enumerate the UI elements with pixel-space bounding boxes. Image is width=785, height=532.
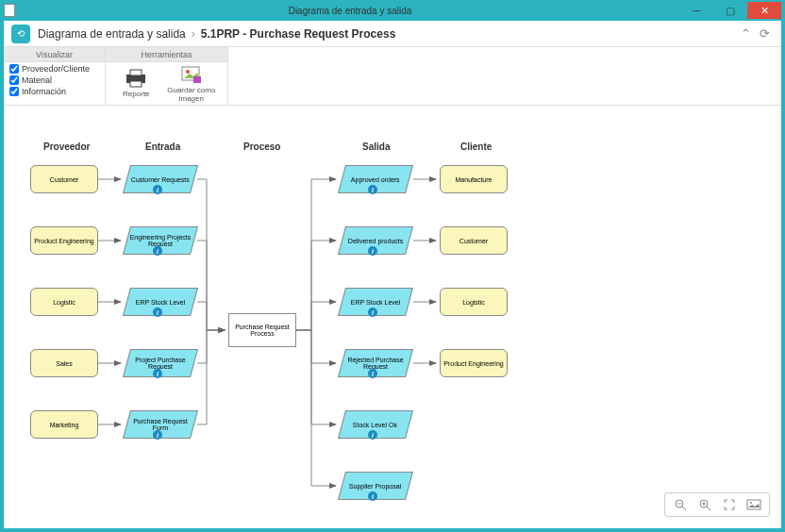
minimize-button[interactable]: ─ [679, 2, 713, 19]
header-cliente: Cliente [460, 141, 492, 152]
diagram-canvas[interactable]: Proveedor Entrada Proceso Salida Cliente… [4, 128, 781, 524]
svg-rect-2 [130, 81, 142, 87]
info-icon[interactable]: i [368, 430, 377, 440]
zoom-in-button[interactable] [695, 496, 714, 513]
proveedor-node[interactable]: Product Engineering [30, 226, 98, 255]
info-icon[interactable]: i [368, 491, 377, 501]
zoom-out-button[interactable] [671, 496, 690, 513]
info-icon[interactable]: i [153, 369, 162, 378]
ribbon-group-herramientas: Herramientas [106, 47, 227, 62]
collapse-icon[interactable]: ⌃ [736, 25, 755, 43]
proveedor-node[interactable]: Marketing [30, 410, 98, 439]
maximize-button[interactable]: ▢ [713, 2, 747, 19]
titlebar: Diagrama de entrada y salida ─ ▢ ✕ [0, 0, 785, 21]
breadcrumb-current: 5.1PRP - Purchase Request Process [201, 27, 396, 41]
proceso-node[interactable]: Purchase Request Process [228, 313, 296, 347]
cliente-node[interactable]: Product Engineering [440, 349, 508, 377]
proveedor-node[interactable]: Customer [30, 165, 98, 193]
printer-icon [125, 69, 147, 88]
cliente-node[interactable]: Manufacture [440, 165, 508, 193]
refresh-icon[interactable]: ⟳ [755, 25, 774, 43]
header-proceso: Proceso [243, 141, 280, 152]
save-image-icon [180, 65, 203, 84]
ribbon-group-visualizar: Visualizar [4, 47, 105, 62]
svg-rect-5 [193, 76, 201, 83]
document-icon [4, 4, 15, 17]
chevron-right-icon: › [192, 27, 195, 41]
svg-point-23 [750, 502, 752, 504]
proveedor-node[interactable]: Logistic [30, 288, 98, 316]
window-title: Diagrama de entrada y salida [21, 6, 679, 16]
info-icon[interactable]: i [153, 246, 162, 256]
checkbox-material[interactable]: Material [9, 75, 99, 85]
cliente-node[interactable]: Logistic [440, 288, 508, 316]
guardar-imagen-button[interactable]: Guardar como imagen [161, 64, 222, 103]
checkbox-proveedor[interactable]: Proveedor/Cliente [9, 64, 99, 74]
header-entrada: Entrada [145, 141, 180, 152]
svg-rect-1 [130, 70, 142, 75]
zoom-toolbar [664, 492, 770, 517]
svg-point-4 [186, 70, 190, 74]
info-icon[interactable]: i [368, 246, 377, 256]
info-icon[interactable]: i [368, 308, 377, 317]
info-icon[interactable]: i [153, 430, 162, 440]
info-icon[interactable]: i [153, 185, 162, 194]
info-icon[interactable]: i [153, 308, 162, 317]
fit-screen-button[interactable] [720, 496, 739, 513]
info-icon[interactable]: i [368, 369, 377, 378]
proveedor-node[interactable]: Sales [30, 349, 98, 377]
header-proveedor: Proveedor [43, 141, 90, 152]
header-salida: Salida [362, 141, 390, 152]
close-button[interactable]: ✕ [747, 2, 781, 19]
ribbon: Visualizar Proveedor/Cliente Material In… [4, 47, 781, 106]
cliente-node[interactable]: Customer [440, 226, 508, 255]
breadcrumb-root[interactable]: Diagrama de entrada y salida [38, 27, 186, 41]
svg-line-19 [707, 507, 710, 510]
info-icon[interactable]: i [368, 185, 377, 194]
svg-line-16 [682, 507, 686, 510]
app-icon: ⟲ [11, 25, 30, 43]
original-size-button[interactable] [744, 496, 763, 513]
breadcrumb: ⟲ Diagrama de entrada y salida › 5.1PRP … [4, 21, 781, 47]
reporte-button[interactable]: Reporte [111, 64, 161, 103]
checkbox-informacion[interactable]: Información [9, 87, 99, 96]
main-container: ⟲ Diagrama de entrada y salida › 5.1PRP … [0, 21, 785, 532]
